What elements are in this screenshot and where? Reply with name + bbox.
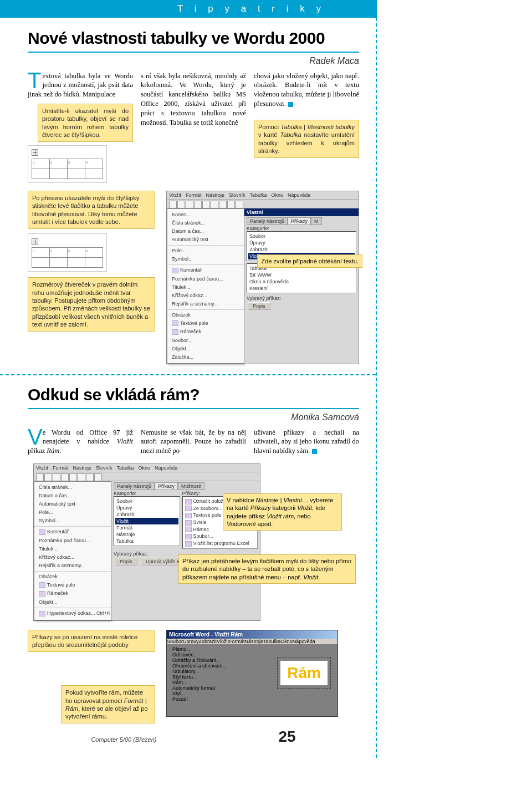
move-handle-icon [32,238,38,245]
header-band: T i p y a t r i k y [0,0,377,18]
textbox-icon [172,320,178,326]
menu-vlozit-open: Čísla stránek... Datum a čas... Automati… [34,481,111,620]
comment-icon [39,529,45,535]
footer: Computer 5/00 (Březen) 25 [28,723,359,752]
callout-prekres: Příkazy se po usazení na svislé roletce … [28,630,155,653]
textbox-icon [39,582,45,588]
col3-text: chová jako vložený objekt, jako např. ob… [254,72,359,108]
callout-vlastni: V nabídce Nástroje | Vlastní… vyberete n… [223,493,342,531]
end-square-icon [312,449,317,454]
comment-icon [172,268,178,273]
frame-icon [39,591,45,597]
move-handle-icon [32,149,38,156]
title-rule [28,408,359,409]
col3-text: užívané příkazy a nechali na uživateli, … [254,429,359,455]
ram-text: Rám [280,660,328,686]
ram-frame: Rám [277,658,331,689]
table-sketch-1: aaaa [28,145,107,183]
callout-vlastnosti: Pomocí Tabulka | Vlastnosti tabulky v ka… [254,120,359,158]
article1-author: Radek Maca [28,56,359,66]
article2-author: Monika Samcová [28,412,359,422]
popis-button: Popis [115,558,137,565]
section-title: T i p y a t r i k y [177,3,325,14]
article2-body: Ve Wordu od Office 97 již nenajdete v na… [28,428,359,456]
menu-format-open: Písmo... Odstavec... Odrážky a číslování… [172,646,244,702]
menu-vlozit-open: Konec... Čísla stránek... Datum a čas...… [167,208,244,364]
article2-title: Odkud se vkládá rám? [28,385,359,405]
callout-resize: Rozměrový čtvereček v pravém dolním rohu… [28,277,155,332]
dropcap: T [28,72,42,89]
callout-drag: Příkaz jen přetáhnete levým tlačítkem my… [178,554,356,584]
issue-label: Computer 5/00 (Březen) [91,736,156,743]
title-rule [28,52,359,53]
screenshot-word-vlastni-2: VložitFormátNástrojeSlovníkTabulkaOknoNá… [33,463,260,621]
col1-text: extová tabulka byla ve Wordu jednou z mo… [28,72,133,99]
col2-text: s ní však byla nešikovná, mnohdy až krko… [141,72,246,128]
upravit-button: Upravit výběr ▾ [141,558,185,565]
article1-title: Nové vlastnosti tabulky ve Wordu 2000 [28,29,359,48]
end-square-icon [288,102,293,107]
article1-body: Textová tabulka byla ve Wordu jednou z m… [28,72,359,184]
panel-vlastni: Vlastní Panely nástrojůPříkazyM Kategori… [244,208,359,364]
callout-move: Po přesunu ukazatele myši do čtyřšipky s… [28,191,155,229]
callout-format: Pokud vytvoříte rám, můžete ho upravovat… [61,685,155,723]
titlebar: Microsoft Word - Vložit Rám [167,630,337,639]
table-sketch-2: aaaa [28,233,107,272]
col2-text: Nemusíte se však bát, že by na něj autoř… [141,428,246,456]
screenshot-word-ram: Microsoft Word - Vložit Rám SouborÚpravy… [166,630,338,717]
listbox-kategorie: Soubor Úpravy Zobrazit Vložit Formát Nás… [114,496,180,546]
menubar: VložitFormátNástrojeSlovníkTabulkaOknoNá… [167,191,359,200]
callout-hover: Umístíte-li ukazatel myši do prostoru ta… [38,104,133,142]
popis-button: Popis [248,302,270,310]
link-icon [39,611,45,616]
dropcap: V [28,428,43,446]
article-divider [0,374,376,375]
callout-wrap: Zde zvolíte případné obtékání textu. [257,254,362,268]
screenshot-word-vlastni-1: VložitFormátNástrojeSlovníkTabulkaOknoNá… [166,191,359,364]
page-number: 25 [278,728,295,746]
frame-icon [172,329,178,335]
